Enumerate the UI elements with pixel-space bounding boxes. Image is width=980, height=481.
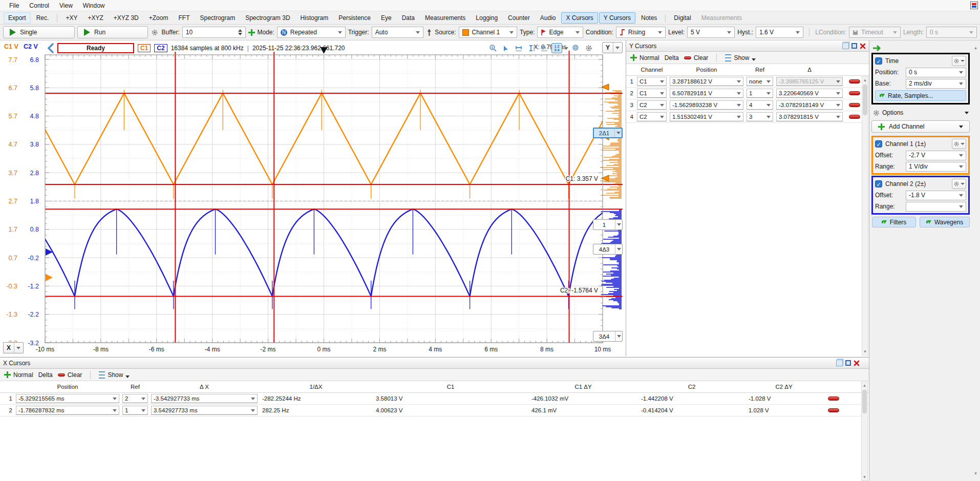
channel1-range-select[interactable]: 1 V/div (906, 162, 966, 172)
channel1-checkbox[interactable]: ✓ (875, 140, 882, 148)
expand-right-icon[interactable] (872, 44, 883, 52)
tab-measurements[interactable]: Measurements (420, 12, 470, 24)
position-select[interactable]: 6.507829181 V (670, 89, 743, 98)
menu-file[interactable]: File (4, 1, 24, 10)
channel2-gear-button[interactable] (952, 179, 966, 189)
tab-spectrogram[interactable]: Spectrogram (195, 12, 240, 24)
y-panel-scrollbar[interactable]: ▲ ▼ (862, 76, 868, 355)
y-cursors-title-bar[interactable]: Y Cursors (626, 40, 869, 52)
undock-icon[interactable] (836, 360, 843, 366)
chevron-down-icon[interactable] (615, 331, 622, 341)
tab-logging[interactable]: Logging (471, 12, 502, 24)
menu-window[interactable]: Window (78, 1, 110, 10)
show-menu-button[interactable]: Show (99, 371, 130, 379)
y-axis-mode-button[interactable]: Y (602, 42, 623, 53)
position-select[interactable]: 1.515302491 V (670, 112, 743, 121)
channel2-offset-select[interactable]: -1.8 V (906, 191, 966, 200)
horizontal-ruler-icon[interactable] (513, 43, 524, 53)
single-button[interactable]: Single (3, 26, 75, 38)
corner-ruler-icon[interactable] (539, 43, 549, 53)
clear-cursors-button[interactable]: Clear (58, 371, 82, 379)
y-cursor-button-4Δ3[interactable]: 4Δ3 (593, 244, 623, 255)
delta-x-select[interactable]: -3.542927733 ms (151, 394, 258, 403)
tab-export[interactable]: Export (4, 12, 31, 24)
collapse-left-icon[interactable] (47, 43, 54, 53)
x-panel-scrollbar[interactable]: ▲ ▼ (861, 382, 868, 481)
level-select[interactable]: 5 V (687, 27, 735, 38)
position-select[interactable]: 3.287188612 V (670, 77, 743, 86)
maximize-icon[interactable] (851, 43, 857, 49)
remove-cursor-button[interactable] (849, 103, 860, 107)
chevron-down-icon[interactable] (615, 244, 622, 254)
wavegens-button[interactable]: Wavegens (920, 217, 970, 227)
options-button[interactable]: Options (872, 107, 969, 118)
y-cursor-button-2Δ1[interactable]: 2Δ1 (593, 128, 623, 138)
channel-select[interactable]: C1 (637, 77, 667, 86)
close-icon[interactable] (854, 360, 860, 366)
y-cursor-button-1[interactable]: 1 (593, 219, 623, 230)
channel2-checkbox[interactable]: ✓ (875, 180, 882, 187)
zoom-reset-icon[interactable]: 1 (487, 43, 498, 53)
rate-samples-button[interactable]: Rate, Samples... (875, 90, 966, 101)
maximize-icon[interactable] (845, 360, 851, 366)
clear-cursors-button[interactable]: Clear (684, 54, 709, 61)
position-select[interactable]: -1.786287832 ms (16, 406, 119, 415)
delta-x-select[interactable]: 3.542927733 ms (151, 406, 258, 415)
zoom-options-icon[interactable] (570, 43, 581, 53)
add-icon[interactable] (248, 29, 255, 36)
tab-digital[interactable]: Digital (669, 12, 695, 24)
tab-fft[interactable]: FFT (174, 12, 194, 24)
mode-select[interactable]: N Repeated (277, 27, 346, 38)
condition-select[interactable]: Rising (616, 27, 666, 38)
length-select[interactable]: 0 s (926, 27, 977, 38)
position-select[interactable]: -5.329215565 ms (16, 394, 119, 403)
channel-select[interactable]: C2 (637, 112, 667, 121)
lcondition-select[interactable]: Timeout (849, 27, 901, 38)
filters-button[interactable]: Filters (872, 217, 916, 227)
trigger-select[interactable]: Auto (372, 27, 423, 38)
tab-counter[interactable]: Counter (503, 12, 535, 24)
run-button[interactable]: Run (77, 26, 148, 38)
scroll-up-icon[interactable]: ▲ (972, 45, 979, 51)
channel2-range-select[interactable] (906, 202, 966, 212)
tab-audio[interactable]: Audio (536, 12, 561, 24)
tab-x-cursors[interactable]: X Cursors (561, 12, 598, 24)
tab--xy[interactable]: +XY (61, 12, 82, 24)
hysteresis-select[interactable]: 1.6 V (756, 27, 803, 38)
ref-select[interactable]: 2 (122, 394, 148, 403)
channel2-chip[interactable]: C2 (154, 44, 167, 52)
delta-value[interactable]: 3.220640569 V (776, 89, 843, 98)
spinner-arrows-icon[interactable] (238, 29, 242, 35)
time-gear-button[interactable] (952, 56, 966, 66)
add-normal-cursor-button[interactable]: Normal (4, 371, 33, 379)
x-axis-mode-button[interactable]: X (3, 342, 24, 353)
channel-select[interactable]: C1 (637, 89, 667, 98)
time-base-select[interactable]: 2 ms/div (906, 79, 966, 89)
buffer-spinner[interactable]: 10 (182, 27, 246, 38)
channel1-chip[interactable]: C1 (138, 44, 151, 52)
x-cursors-title-bar[interactable]: X Cursors (0, 358, 869, 369)
tab-histogram[interactable]: Histogram (296, 12, 333, 24)
position-select[interactable]: -1.5629893238 V (670, 100, 743, 110)
close-icon[interactable] (860, 43, 866, 49)
gear-icon[interactable] (151, 28, 159, 37)
vertical-ruler-icon[interactable] (526, 43, 537, 53)
ref-select[interactable]: 3 (747, 112, 773, 121)
ref-select[interactable]: 4 (747, 100, 773, 110)
menu-view[interactable]: View (54, 1, 78, 10)
tab--xyz-3d[interactable]: +XYZ 3D (109, 12, 143, 24)
scroll-down-icon[interactable]: ▼ (972, 470, 979, 477)
trigger-type-select[interactable]: Edge (537, 27, 583, 38)
remove-cursor-button[interactable] (828, 408, 839, 412)
add-delta-cursor-button[interactable]: Delta (38, 371, 53, 379)
plot-settings-gear-icon[interactable] (583, 43, 594, 53)
chevron-down-icon[interactable] (614, 129, 622, 137)
show-menu-button[interactable]: Show (725, 54, 756, 61)
tab-y-cursors[interactable]: Y Cursors (599, 12, 635, 24)
remove-cursor-button[interactable] (849, 91, 860, 95)
ref-select[interactable]: 1 (747, 89, 773, 98)
remove-cursor-button[interactable] (849, 115, 860, 119)
oscilloscope-plot[interactable]: C1 VC2 V7.76.75.74.73.72.71.70.7-0.3-1.3… (0, 40, 625, 357)
time-checkbox[interactable]: ✓ (875, 57, 882, 65)
chevron-down-icon[interactable] (615, 220, 622, 229)
